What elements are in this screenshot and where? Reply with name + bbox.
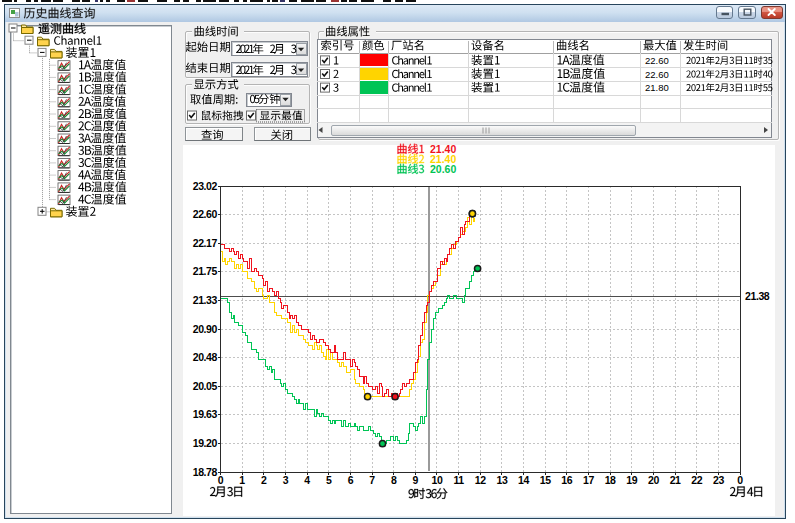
svg-text:18: 18	[605, 474, 616, 486]
svg-text:21.33: 21.33	[193, 294, 218, 306]
svg-text:23.02: 23.02	[193, 180, 218, 192]
svg-text:23: 23	[713, 474, 724, 486]
svg-text:16: 16	[561, 474, 572, 486]
svg-text:7: 7	[369, 474, 375, 486]
svg-text:17: 17	[583, 474, 594, 486]
svg-text:21.75: 21.75	[193, 265, 218, 277]
svg-text:20.05: 20.05	[193, 380, 218, 392]
svg-text:20: 20	[648, 474, 659, 486]
svg-text:12: 12	[475, 474, 486, 486]
svg-text:19.20: 19.20	[193, 437, 218, 449]
svg-text:13: 13	[496, 474, 507, 486]
svg-text:20.48: 20.48	[193, 351, 218, 363]
svg-text:11: 11	[453, 474, 464, 486]
svg-text:1: 1	[239, 474, 245, 486]
svg-text:10: 10	[432, 474, 443, 486]
svg-text:22.60: 22.60	[193, 208, 218, 220]
svg-text:21: 21	[670, 474, 681, 486]
svg-text:9: 9	[413, 474, 419, 486]
svg-text:15: 15	[540, 474, 551, 486]
svg-text:18.78: 18.78	[193, 466, 218, 478]
svg-text:3: 3	[283, 474, 289, 486]
svg-text:21.38: 21.38	[745, 290, 770, 302]
svg-text:22.17: 22.17	[193, 237, 218, 249]
svg-text:0: 0	[737, 474, 743, 486]
svg-text:21.80: 21.80	[645, 82, 669, 93]
svg-text:19.63: 19.63	[193, 408, 218, 420]
svg-text:20.90: 20.90	[193, 323, 218, 335]
svg-text:4: 4	[304, 474, 310, 486]
svg-text:2: 2	[261, 474, 267, 486]
svg-text:20.60: 20.60	[430, 163, 456, 175]
svg-text:8: 8	[391, 474, 397, 486]
svg-text:19: 19	[626, 474, 637, 486]
svg-text:0: 0	[218, 474, 224, 486]
svg-text:6: 6	[348, 474, 354, 486]
svg-text:22.60: 22.60	[645, 69, 669, 80]
svg-text:5: 5	[326, 474, 332, 486]
svg-text:14: 14	[518, 474, 529, 486]
svg-text:22.60: 22.60	[645, 55, 669, 66]
svg-text:22: 22	[691, 474, 702, 486]
